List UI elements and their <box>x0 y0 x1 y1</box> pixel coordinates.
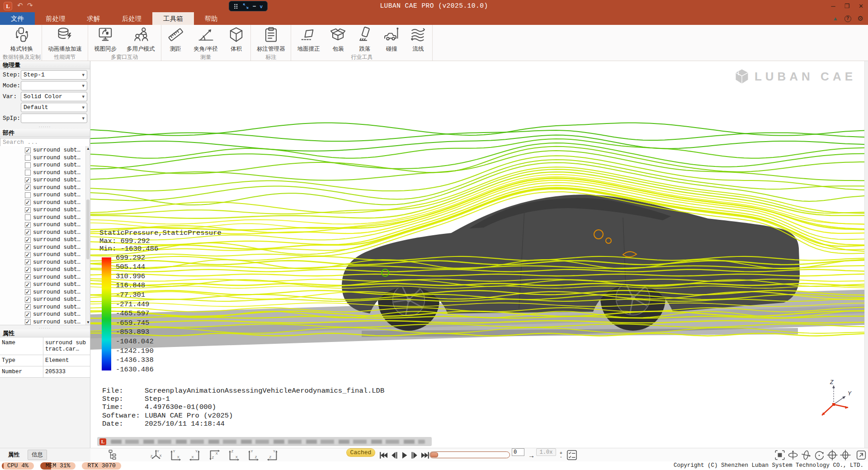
part-row[interactable]: surround subt… <box>0 199 86 207</box>
rotate-screen-button[interactable] <box>813 448 825 462</box>
speed-box[interactable]: 1.0x <box>536 448 556 456</box>
orbit-vertical-button[interactable] <box>800 448 812 462</box>
panel-tab-1[interactable]: 信息 <box>28 450 47 460</box>
search-input[interactable] <box>0 138 90 147</box>
part-row[interactable]: surround subt… <box>0 191 86 199</box>
clip-plane-button[interactable] <box>826 448 838 462</box>
minimize-button[interactable]: ─ <box>831 3 835 9</box>
part-checkbox[interactable] <box>25 162 31 168</box>
part-checkbox[interactable] <box>25 259 31 265</box>
menu-tab-4[interactable]: 工具箱 <box>152 12 194 25</box>
ribbon-button-streamlines[interactable]: 流线 <box>405 25 431 53</box>
part-checkbox[interactable] <box>25 267 31 273</box>
ribbon-button-annotation-manager[interactable]: 标注管理器 <box>252 25 290 53</box>
chevron-down-icon[interactable]: v <box>260 4 263 9</box>
view-zx-button[interactable]: ZX <box>227 448 241 462</box>
panel-tab-0[interactable]: 属性 <box>5 450 23 460</box>
part-checkbox[interactable] <box>25 304 31 310</box>
skip-to-start-button[interactable] <box>379 451 388 460</box>
ribbon-button-animation-accelerate[interactable]: 动画播放加速 <box>43 25 87 53</box>
scroll-thumb[interactable] <box>86 199 90 259</box>
animation-settings-button[interactable] <box>566 448 578 462</box>
ribbon-button-ruler[interactable]: 测距 <box>162 25 189 53</box>
part-checkbox[interactable] <box>25 222 31 228</box>
part-checkbox[interactable] <box>25 274 31 280</box>
panel-resize-handle[interactable]: ...... <box>0 124 90 128</box>
part-checkbox[interactable] <box>25 252 31 258</box>
expand-button[interactable] <box>855 448 867 462</box>
part-row[interactable]: surround subt… <box>0 244 86 252</box>
view-xz-button[interactable]: XZ <box>208 448 221 462</box>
part-checkbox[interactable] <box>25 282 31 288</box>
clip-plane-skew-button[interactable] <box>840 448 851 462</box>
part-checkbox[interactable] <box>25 237 31 243</box>
collapse-ribbon-icon[interactable]: ▲ <box>833 15 838 22</box>
help-icon[interactable]: ? <box>844 15 851 22</box>
part-row[interactable]: surround subt… <box>0 274 86 281</box>
ribbon-button-ground-align[interactable]: 地面摆正 <box>292 25 325 53</box>
part-row[interactable]: surround subt… <box>0 311 86 318</box>
step-forward-button[interactable] <box>410 451 420 460</box>
scroll-up-icon[interactable]: ▲ <box>86 147 90 151</box>
part-row[interactable]: surround subt… <box>0 229 86 237</box>
part-row[interactable]: surround subt… <box>0 161 86 169</box>
view-xy-button[interactable]: YX <box>169 448 182 462</box>
part-checkbox[interactable] <box>25 297 31 303</box>
menu-tab-0[interactable]: 文件 <box>0 12 35 25</box>
property-value[interactable]: Element <box>43 355 90 366</box>
quick-access-widget[interactable]: − v <box>229 1 268 11</box>
part-row[interactable]: surround subt… <box>0 214 86 222</box>
part-row[interactable]: surround subt… <box>0 318 86 326</box>
part-row[interactable]: surround subt… <box>0 206 86 214</box>
ribbon-button-view-sync[interactable]: 视图同步 <box>89 25 122 53</box>
maximize-button[interactable]: ❐ <box>844 3 849 9</box>
property-value[interactable]: surround subtract.car… <box>43 337 90 355</box>
viewport-3d[interactable]: L LUBAN CAE StaticPressure,StaticPressur… <box>90 61 868 448</box>
speed-decrease-button[interactable]: - <box>560 455 561 459</box>
part-row[interactable]: surround subt… <box>0 236 86 244</box>
part-row[interactable]: surround subt… <box>0 251 86 259</box>
ribbon-button-crash-test[interactable]: 碰撞 <box>378 25 405 53</box>
part-checkbox[interactable] <box>25 312 31 318</box>
part-row[interactable]: surround subt… <box>0 281 86 289</box>
part-checkbox[interactable] <box>25 177 31 183</box>
frame-input[interactable] <box>512 448 524 456</box>
viewport-scrollbar[interactable] <box>864 61 868 448</box>
view-isometric-button[interactable]: YZX <box>149 448 163 462</box>
go-to-frame-button[interactable]: → <box>528 448 535 462</box>
widget-minimize-icon[interactable]: − <box>253 4 256 9</box>
part-checkbox[interactable] <box>25 214 31 220</box>
close-button[interactable]: ✕ <box>859 3 863 9</box>
part-row[interactable]: surround subt… <box>0 184 86 192</box>
orbit-horizontal-button[interactable] <box>787 448 799 462</box>
parts-scrollbar[interactable]: ▲ ▼ <box>85 146 90 325</box>
property-value[interactable]: 205333 <box>43 366 90 377</box>
cached-button[interactable]: Cached <box>346 448 375 457</box>
timeline-slider[interactable] <box>429 451 510 458</box>
part-row[interactable]: surround subt… <box>0 289 86 296</box>
part-row[interactable]: surround subt… <box>0 266 86 274</box>
ribbon-button-angle-radius[interactable]: 夹角/半径 <box>189 25 223 53</box>
ribbon-button-volume-cube[interactable]: 体积 <box>223 25 250 53</box>
combo-mode[interactable]: ▾ <box>21 81 87 90</box>
model-tree-button[interactable] <box>108 448 119 462</box>
part-checkbox[interactable] <box>25 207 31 213</box>
part-row[interactable]: surround subt… <box>0 176 86 184</box>
part-row[interactable]: surround subt… <box>0 304 86 311</box>
part-row[interactable]: surround subt… <box>0 169 86 177</box>
part-checkbox[interactable] <box>25 244 31 250</box>
scroll-down-icon[interactable]: ▼ <box>86 320 90 324</box>
part-checkbox[interactable] <box>25 289 31 295</box>
settings-gear-icon[interactable]: ⚙ <box>858 14 863 23</box>
part-row[interactable]: surround subt… <box>0 296 86 304</box>
ribbon-button-drop-test[interactable]: 跌落 <box>351 25 378 53</box>
part-row[interactable]: surround subt… <box>0 259 86 266</box>
part-checkbox[interactable] <box>25 170 31 176</box>
part-row[interactable]: surround subt… <box>0 221 86 229</box>
part-checkbox[interactable] <box>25 185 31 190</box>
ribbon-button-packaging[interactable]: 包装 <box>325 25 351 53</box>
slider-handle[interactable] <box>430 452 438 457</box>
ribbon-button-format-convert[interactable]: 格式转换 <box>5 25 38 53</box>
view-yz-button[interactable]: YZ <box>246 448 260 462</box>
part-checkbox[interactable] <box>25 319 31 325</box>
